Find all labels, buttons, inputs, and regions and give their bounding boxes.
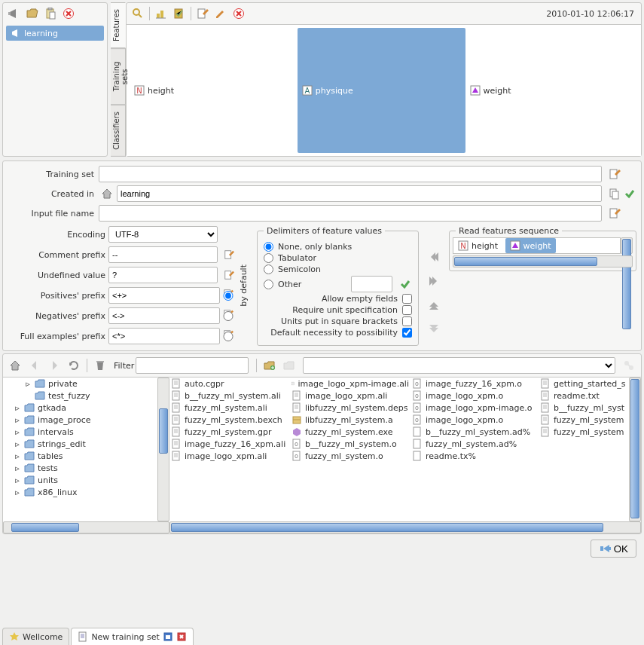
edit-input-file-icon[interactable] (608, 206, 621, 220)
file-item[interactable]: fuzzy_ml_system.bexch (169, 414, 290, 426)
window-restore-icon[interactable] (163, 631, 173, 642)
tree-item[interactable]: ▹gtkada (3, 402, 157, 414)
read-features-vscroll[interactable] (621, 237, 633, 254)
require-unit-checkbox[interactable] (402, 305, 412, 315)
delim-none-radio[interactable] (264, 242, 273, 252)
tree-item[interactable]: ▹intervals (3, 426, 157, 438)
file-item[interactable]: b__fuzzy_ml_system.ad% (411, 426, 539, 438)
sidebar-item-learning[interactable]: learning (6, 26, 104, 41)
refresh-icon[interactable] (66, 357, 82, 374)
tree-item[interactable]: ▹image_proce (3, 414, 157, 426)
file-item[interactable]: image_fuzzy_16_xpm.ali (169, 438, 290, 450)
open-folder-icon[interactable] (24, 5, 41, 22)
full-input[interactable] (108, 328, 220, 344)
path-select[interactable] (303, 357, 615, 374)
file-item[interactable]: fuzzy_ml_system.exe (290, 426, 411, 438)
read-features-hscroll[interactable] (453, 255, 633, 267)
tree-vscroll[interactable] (157, 378, 169, 521)
edit-comment-icon[interactable] (222, 248, 236, 261)
delim-other-input[interactable] (351, 276, 392, 292)
file-item[interactable]: oimage_logo_xpm.o (411, 414, 539, 426)
input-file-input[interactable] (99, 205, 602, 222)
files-hscroll[interactable] (169, 521, 641, 533)
file-item[interactable]: readme.tx% (411, 450, 539, 462)
file-item[interactable]: oimage_logo_xpm-image.o (411, 402, 539, 414)
tab-classifiers[interactable]: Classifiers (111, 105, 126, 157)
tree-expander-icon[interactable]: ▹ (14, 463, 21, 473)
tree-item[interactable]: ▹units (3, 474, 157, 486)
edit-file-icon[interactable] (194, 5, 211, 22)
file-item[interactable]: b__fuzzy_ml_syst (539, 402, 629, 414)
read-feature-weight[interactable]: weight (505, 238, 556, 253)
file-item[interactable]: ofuzzy_ml_system.o (290, 450, 411, 462)
default-negatives-radio[interactable] (221, 311, 236, 321)
home-btn-icon[interactable] (7, 357, 23, 374)
tree-expander-icon[interactable]: ▹ (14, 427, 21, 437)
pencil-icon[interactable] (212, 5, 229, 22)
home-icon[interactable] (100, 187, 114, 200)
tree-expander-icon[interactable]: ▹ (14, 403, 21, 413)
file-item[interactable]: oimage_fuzzy_16_xpm.o (411, 378, 539, 390)
tree-item[interactable]: ▹strings_edit (3, 438, 157, 450)
feature-height[interactable]: N height (130, 28, 298, 153)
apply-created-icon[interactable] (623, 187, 636, 200)
tree-hscroll[interactable] (3, 521, 169, 533)
encoding-select[interactable]: UTF-8 (108, 226, 218, 243)
tree-item[interactable]: ▹tests (3, 462, 157, 474)
tree-item[interactable]: ▹x86_linux (3, 486, 157, 498)
file-item[interactable]: image_logo_xpm-image.ali (290, 378, 411, 390)
file-item[interactable]: libfuzzy_ml_system.deps (290, 402, 411, 414)
run-icon[interactable] (621, 357, 637, 374)
default-full-radio[interactable] (221, 332, 236, 341)
delim-semi-radio[interactable] (264, 264, 273, 274)
forward-icon[interactable] (46, 357, 63, 374)
file-item[interactable]: fuzzy_ml_system.gpr (169, 426, 290, 438)
search-icon[interactable] (130, 5, 146, 22)
tool2-icon[interactable] (171, 5, 188, 22)
file-item[interactable]: image_logo_xpm.ali (169, 450, 290, 462)
edit-training-set-icon[interactable] (608, 167, 621, 181)
move-up-icon[interactable] (426, 297, 442, 313)
file-item[interactable]: fuzzy_ml_system.ali (169, 402, 290, 414)
negatives-input[interactable] (108, 307, 220, 324)
trash-icon[interactable] (92, 357, 108, 374)
tree-expander-icon[interactable]: ▹ (14, 439, 21, 449)
positives-input[interactable] (108, 287, 220, 304)
close-icon[interactable] (60, 5, 77, 22)
delete-icon[interactable] (230, 5, 247, 22)
tab-features[interactable]: Features (111, 2, 126, 48)
tree-expander-icon[interactable]: ▹ (14, 415, 21, 425)
tab-new-training-set[interactable]: New training set (71, 628, 193, 645)
default-positives-radio[interactable] (221, 291, 236, 301)
allow-empty-checkbox[interactable] (402, 294, 412, 304)
feature-weight[interactable]: weight (465, 28, 633, 153)
tab-close-icon[interactable] (176, 631, 187, 642)
file-item[interactable]: getting_started_s (539, 378, 629, 390)
edit-undefined-icon[interactable] (222, 268, 236, 282)
paste-icon[interactable] (42, 5, 59, 22)
file-item[interactable]: b__fuzzy_ml_system.ali (169, 390, 290, 402)
read-feature-height[interactable]: N height (453, 238, 502, 253)
training-set-input[interactable] (99, 166, 602, 182)
ok-button[interactable]: OK (591, 540, 636, 558)
folder-tree[interactable]: ▹privatetest_fuzzy▹gtkada▹image_proce▹in… (3, 378, 157, 521)
announce-icon[interactable] (6, 5, 23, 22)
tab-welcome[interactable]: Wellcome (2, 628, 69, 645)
default-necessity-checkbox[interactable] (402, 328, 412, 338)
move-down-icon[interactable] (426, 321, 442, 338)
tree-item[interactable]: test_fuzzy (3, 390, 157, 402)
tab-training-sets[interactable]: Training sets (111, 48, 126, 105)
tool1-icon[interactable] (153, 5, 169, 22)
delim-tab-radio[interactable] (264, 253, 273, 263)
file-item[interactable]: ob__fuzzy_ml_system.o (290, 438, 411, 450)
tree-item[interactable]: ▹tables (3, 450, 157, 462)
tree-expander-icon[interactable]: ▹ (14, 451, 21, 461)
file-item[interactable]: fuzzy_ml_system (539, 426, 629, 438)
copy-icon[interactable] (608, 187, 621, 200)
file-item[interactable]: fuzzy_ml_system (539, 414, 629, 426)
tree-expander-icon[interactable]: ▹ (14, 475, 21, 485)
move-right-icon[interactable] (426, 273, 442, 289)
files-vscroll[interactable] (629, 378, 641, 521)
back-icon[interactable] (26, 357, 43, 374)
delim-other-radio[interactable] (264, 280, 273, 289)
